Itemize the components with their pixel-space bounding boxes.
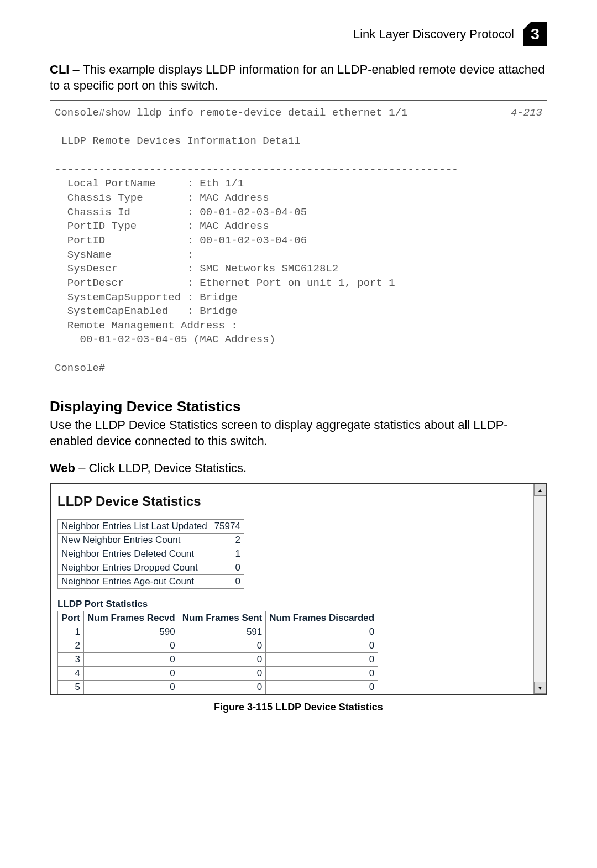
- summary-value: 0: [211, 575, 244, 589]
- cell: 0: [266, 667, 378, 681]
- section-heading: Displaying Device Statistics: [50, 398, 547, 415]
- table-row: Neighbor Entries Deleted Count1: [58, 547, 244, 561]
- port-stats-table: PortNum Frames RecvdNum Frames SentNum F…: [57, 611, 378, 694]
- section-text: Use the LLDP Device Statistics screen to…: [50, 417, 547, 449]
- summary-label: Neighbor Entries List Last Updated: [58, 520, 211, 534]
- cli-description: CLI – This example displays LLDP informa…: [50, 62, 547, 93]
- cell: 590: [84, 625, 179, 639]
- cell: 0: [266, 625, 378, 639]
- cell: 0: [266, 681, 378, 694]
- web-label: Web: [50, 461, 75, 475]
- cell: 0: [179, 681, 266, 694]
- cell: 2: [58, 639, 84, 653]
- chapter-number: 3: [531, 25, 540, 43]
- cell: 0: [84, 653, 179, 667]
- cell: 0: [84, 681, 179, 694]
- column-header: Num Frames Discarded: [266, 611, 378, 625]
- summary-label: Neighbor Entries Age-out Count: [58, 575, 211, 589]
- table-row: Neighbor Entries Age-out Count0: [58, 575, 244, 589]
- column-header: Num Frames Recvd: [84, 611, 179, 625]
- summary-label: New Neighbor Entries Count: [58, 534, 211, 547]
- table-row: 2000: [58, 639, 378, 653]
- cell: 0: [266, 653, 378, 667]
- table-row: 15905910: [58, 625, 378, 639]
- cell: 0: [179, 667, 266, 681]
- summary-table: Neighbor Entries List Last Updated75974N…: [57, 519, 244, 589]
- cell: 4: [58, 667, 84, 681]
- summary-value: 1: [211, 547, 244, 561]
- column-header: Port: [58, 611, 84, 625]
- cell: 5: [58, 681, 84, 694]
- table-row: 5000: [58, 681, 378, 694]
- cell: 0: [84, 667, 179, 681]
- cell: 0: [84, 639, 179, 653]
- cell: 0: [179, 653, 266, 667]
- cell: 591: [179, 625, 266, 639]
- cli-text: – This example displays LLDP information…: [50, 62, 545, 92]
- table-row: New Neighbor Entries Count2: [58, 534, 244, 547]
- cli-output: 4-213Console#show lldp info remote-devic…: [50, 100, 547, 381]
- column-header: Num Frames Sent: [179, 611, 266, 625]
- screenshot-heading: LLDP Device Statistics: [57, 494, 530, 509]
- table-row: 4000: [58, 667, 378, 681]
- table-row: Neighbor Entries Dropped Count0: [58, 561, 244, 575]
- port-stats-title: LLDP Port Statistics: [57, 599, 530, 610]
- table-row: Neighbor Entries List Last Updated75974: [58, 520, 244, 534]
- figure-caption: Figure 3-115 LLDP Device Statistics: [50, 702, 547, 713]
- cell: 0: [179, 639, 266, 653]
- cli-lines: Console#show lldp info remote-device det…: [55, 107, 458, 374]
- cell: 3: [58, 653, 84, 667]
- web-instruction: Web – Click LLDP, Device Statistics.: [50, 461, 547, 477]
- page-header: Link Layer Discovery Protocol 3: [50, 22, 547, 46]
- chapter-badge: 3: [523, 22, 547, 46]
- cell: 1: [58, 625, 84, 639]
- summary-label: Neighbor Entries Dropped Count: [58, 561, 211, 575]
- summary-label: Neighbor Entries Deleted Count: [58, 547, 211, 561]
- cli-label: CLI: [50, 62, 69, 76]
- cell: 0: [266, 639, 378, 653]
- cli-reference: 4-213: [511, 106, 542, 121]
- header-title: Link Layer Discovery Protocol: [353, 27, 514, 41]
- summary-value: 75974: [211, 520, 244, 534]
- summary-value: 2: [211, 534, 244, 547]
- summary-value: 0: [211, 561, 244, 575]
- web-text: – Click LLDP, Device Statistics.: [75, 461, 247, 475]
- screenshot-frame: ▲ ▼ LLDP Device Statistics Neighbor Entr…: [50, 483, 547, 695]
- table-row: 3000: [58, 653, 378, 667]
